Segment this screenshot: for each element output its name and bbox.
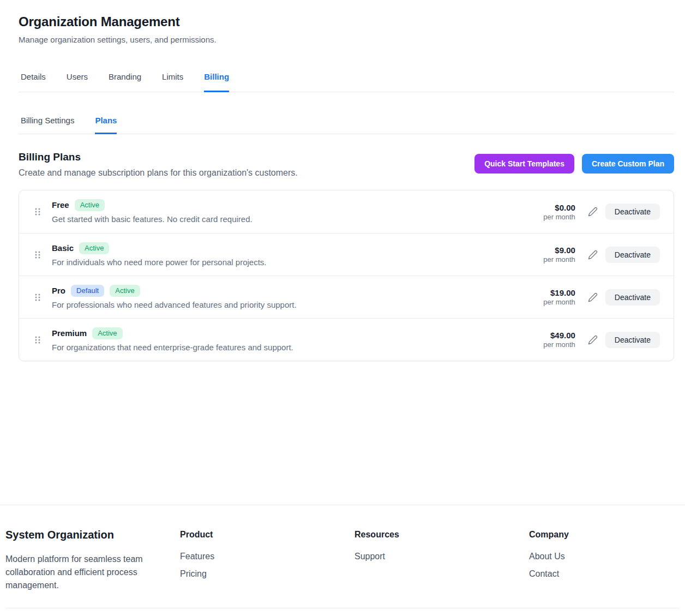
billing-plans-header: Billing Plans Create and manage subscrip… (19, 151, 674, 178)
footer-link-support[interactable]: Support (354, 552, 529, 561)
pencil-icon (588, 250, 598, 260)
plan-description: Get started with basic features. No cred… (52, 214, 543, 224)
deactivate-button[interactable]: Deactivate (605, 247, 660, 263)
drag-dots-icon (34, 250, 41, 259)
footer-column-title: Product (180, 529, 354, 540)
plan-price: $19.00 per month (543, 288, 575, 307)
plan-name-line: Pro Default Active (52, 285, 543, 297)
plan-info: Pro Default Active For professionals who… (52, 285, 543, 310)
edit-plan-button[interactable] (584, 246, 602, 264)
footer-divider (5, 608, 680, 608)
footer-links: About Us Contact (529, 552, 680, 579)
plan-name: Free (52, 200, 69, 210)
footer-link-pricing[interactable]: Pricing (180, 569, 354, 579)
edit-plan-button[interactable] (584, 331, 602, 349)
plan-row-pro: Pro Default Active For professionals who… (19, 276, 674, 318)
edit-plan-button[interactable] (584, 289, 602, 306)
plan-description: For organizations that need enterprise-g… (52, 343, 543, 352)
default-badge: Default (71, 285, 104, 297)
organization-management-page: Organization Management Manage organizat… (19, 0, 674, 361)
footer-grid: System Organization Modern platform for … (5, 505, 680, 592)
plans-list: Free Active Get started with basic featu… (19, 190, 674, 361)
plan-name: Premium (52, 328, 87, 338)
footer-description: Modern platform for seamless team collab… (5, 553, 158, 592)
pencil-icon (588, 335, 598, 345)
section-title: Billing Plans (19, 151, 298, 163)
status-badge-active: Active (75, 199, 105, 211)
footer-column-product: Product Features Pricing (180, 505, 354, 592)
drag-handle-icon[interactable] (34, 250, 41, 259)
price-amount: $49.00 (550, 330, 575, 340)
edit-plan-button[interactable] (584, 203, 602, 220)
quick-start-templates-button[interactable]: Quick Start Templates (474, 154, 574, 174)
drag-handle-icon[interactable] (34, 336, 41, 344)
page-footer: System Organization Modern platform for … (0, 505, 685, 616)
page-title: Organization Management (19, 0, 674, 29)
plan-name-line: Basic Active (52, 242, 543, 254)
footer-links: Features Pricing (180, 552, 354, 579)
pencil-icon (588, 207, 598, 217)
footer-inner: System Organization Modern platform for … (5, 505, 680, 616)
price-period: per month (543, 255, 575, 264)
drag-handle-icon[interactable] (34, 207, 41, 216)
billing-subtabs: Billing Settings Plans (19, 116, 674, 134)
plan-price: $0.00 per month (543, 202, 575, 222)
drag-dots-icon (34, 293, 41, 302)
footer-link-features[interactable]: Features (180, 552, 354, 561)
footer-link-contact[interactable]: Contact (529, 569, 680, 579)
plan-info: Free Active Get started with basic featu… (52, 199, 543, 224)
plan-price: $9.00 per month (543, 245, 575, 264)
plan-name: Basic (52, 243, 74, 253)
drag-handle-icon[interactable] (34, 293, 41, 302)
drag-dots-icon (34, 207, 41, 216)
page-subtitle: Manage organization settings, users, and… (19, 35, 674, 45)
pencil-icon (588, 292, 598, 302)
section-subtitle: Create and manage subscription plans for… (19, 168, 298, 178)
drag-dots-icon (34, 336, 41, 344)
billing-plans-actions: Quick Start Templates Create Custom Plan (474, 154, 674, 174)
tab-billing[interactable]: Billing (204, 72, 229, 92)
footer-link-about-us[interactable]: About Us (529, 552, 680, 561)
plan-description: For professionals who need advanced feat… (52, 300, 543, 310)
plan-name-line: Premium Active (52, 327, 543, 339)
tab-users[interactable]: Users (67, 72, 88, 92)
subtab-plans[interactable]: Plans (95, 116, 117, 134)
main-tabs: Details Users Branding Limits Billing (19, 72, 674, 92)
deactivate-button[interactable]: Deactivate (605, 289, 660, 306)
deactivate-button[interactable]: Deactivate (605, 204, 660, 220)
footer-brand-column: System Organization Modern platform for … (5, 505, 180, 592)
billing-plans-header-text: Billing Plans Create and manage subscrip… (19, 151, 298, 178)
price-amount: $9.00 (555, 245, 575, 255)
plan-info: Basic Active For individuals who need mo… (52, 242, 543, 267)
price-period: per month (543, 213, 575, 222)
plan-description: For individuals who need more power for … (52, 258, 543, 267)
price-period: per month (543, 340, 575, 349)
plan-row-basic: Basic Active For individuals who need mo… (19, 233, 674, 276)
footer-links: Support (354, 552, 529, 561)
price-amount: $19.00 (550, 288, 575, 298)
create-custom-plan-button[interactable]: Create Custom Plan (582, 154, 674, 174)
price-period: per month (543, 298, 575, 307)
deactivate-button[interactable]: Deactivate (605, 332, 660, 348)
status-badge-active: Active (92, 327, 122, 339)
footer-brand: System Organization (5, 505, 180, 541)
plan-name: Pro (52, 286, 65, 296)
price-amount: $0.00 (555, 202, 575, 213)
subtab-billing-settings[interactable]: Billing Settings (21, 116, 74, 134)
footer-column-title: Resources (354, 529, 529, 540)
plan-info: Premium Active For organizations that ne… (52, 327, 543, 352)
tab-limits[interactable]: Limits (162, 72, 183, 92)
tab-details[interactable]: Details (21, 72, 46, 92)
plan-row-free: Free Active Get started with basic featu… (19, 190, 674, 233)
footer-column-title: Company (529, 529, 680, 540)
plan-price: $49.00 per month (543, 330, 575, 349)
plan-name-line: Free Active (52, 199, 543, 211)
status-badge-active: Active (110, 285, 140, 297)
footer-column-resources: Resources Support (354, 505, 529, 592)
footer-column-company: Company About Us Contact (529, 505, 680, 592)
tab-branding[interactable]: Branding (109, 72, 141, 92)
status-badge-active: Active (79, 242, 109, 254)
plan-row-premium: Premium Active For organizations that ne… (19, 318, 674, 361)
